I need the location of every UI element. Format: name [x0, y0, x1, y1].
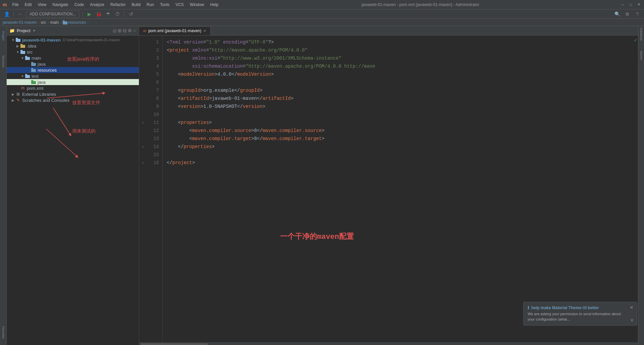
- tab-close-button[interactable]: ✕: [203, 29, 206, 33]
- tree-item-src[interactable]: ▼ src: [7, 49, 139, 55]
- ext-libs-name: External Libraries: [22, 92, 56, 97]
- tree-item-main[interactable]: ▼ main: [7, 55, 139, 61]
- tree-arrow-root[interactable]: ▼: [11, 38, 15, 42]
- idea-name: .idea: [27, 44, 36, 49]
- main-name: main: [32, 56, 41, 61]
- tree-item-resources[interactable]: resources: [7, 67, 139, 73]
- tree-item-ext-libs[interactable]: ▶ ⊞ External Libraries: [7, 91, 139, 97]
- notification-close-button[interactable]: ✕: [630, 305, 634, 310]
- titlebar: m FileEditViewNavigateCodeAnalyzeRefacto…: [0, 0, 644, 9]
- main-folder-icon: [25, 55, 30, 61]
- notification-expand-button[interactable]: ∨: [630, 317, 634, 323]
- titlebar-left: m FileEditViewNavigateCodeAnalyzeRefacto…: [3, 2, 221, 8]
- tree-item-java-main[interactable]: java: [7, 61, 139, 67]
- menu-item-refactor[interactable]: Refactor: [108, 2, 128, 8]
- refresh-button[interactable]: ↺: [127, 10, 135, 18]
- minimize-button[interactable]: ─: [620, 2, 625, 7]
- root-path: D:\IdeaProjects\javaweb-01-maven: [63, 38, 120, 42]
- editor-tab-pom[interactable]: m pom.xml (javaweb-01-maven) ✕: [139, 26, 211, 35]
- menu-item-build[interactable]: Build: [129, 2, 143, 8]
- code-content[interactable]: <?xml version="1.0" encoding="UTF-8"?> <…: [163, 36, 633, 342]
- code-line-1: <?xml version="1.0" encoding="UTF-8"?>: [167, 38, 629, 46]
- project-panel-title: Project: [17, 28, 31, 33]
- tree-arrow-ext-libs[interactable]: ▶: [11, 92, 15, 96]
- tree-item-test[interactable]: ▼ test: [7, 73, 139, 79]
- root-name: javaweb-01-maven: [22, 38, 61, 43]
- scratches-name: Scratches and Consoles: [22, 98, 69, 103]
- menu-item-file[interactable]: File: [9, 2, 21, 8]
- menu-item-run[interactable]: Run: [144, 2, 157, 8]
- menu-item-vcs[interactable]: VCS: [173, 2, 186, 8]
- svg-rect-12: [31, 69, 36, 72]
- maximize-button[interactable]: □: [628, 2, 633, 7]
- code-line-3: xmlns:xsi="http://www.w3.org/2001/XMLSch…: [167, 54, 629, 62]
- resources-folder-icon: [31, 67, 36, 73]
- sidebar-tab-maven[interactable]: Maven: [639, 49, 644, 62]
- sidebar-tab-favorites[interactable]: Favorites: [0, 324, 6, 341]
- breadcrumb-main[interactable]: main: [50, 20, 59, 25]
- sidebar-tab-structure[interactable]: Structure: [0, 53, 6, 70]
- code-line-12: <maven.compiler.source>8</maven.compiler…: [167, 127, 629, 135]
- debug-button[interactable]: 🐞: [95, 10, 103, 18]
- svg-rect-14: [25, 75, 30, 78]
- menu-item-code[interactable]: Code: [72, 2, 87, 8]
- close-button[interactable]: ✕: [636, 2, 641, 7]
- search-icon[interactable]: 🔍: [613, 10, 621, 18]
- menu-item-help[interactable]: Help: [208, 2, 221, 8]
- right-sidebar-icons: Database Maven: [638, 26, 644, 345]
- sidebar-tab-database[interactable]: Database: [639, 27, 644, 41]
- breadcrumb-src[interactable]: src: [41, 20, 46, 25]
- collapse-all-icon[interactable]: ⊟: [123, 28, 126, 33]
- tree-item-scratches[interactable]: ▶ ✎ Scratches and Consoles: [7, 97, 139, 103]
- tree-arrow-idea[interactable]: ▶: [15, 44, 20, 48]
- menu-item-window[interactable]: Window: [187, 2, 207, 8]
- separator: [13, 11, 14, 17]
- tree-item-idea[interactable]: ▶ .idea: [7, 43, 139, 49]
- back-button[interactable]: ←: [16, 10, 24, 18]
- user-icon[interactable]: 👤: [3, 10, 11, 18]
- tree-arrow-scratches[interactable]: ▶: [11, 98, 15, 102]
- tree-arrow-src[interactable]: ▼: [15, 50, 20, 54]
- tree-item-java-test[interactable]: java: [7, 79, 139, 85]
- tree-arrow-main[interactable]: ▼: [20, 56, 25, 60]
- svg-rect-2: [16, 39, 20, 42]
- breadcrumb-resources[interactable]: resources: [63, 20, 86, 25]
- menu-item-tools[interactable]: Tools: [157, 2, 172, 8]
- help-icon[interactable]: ?: [633, 10, 641, 18]
- menu-item-navigate[interactable]: Navigate: [50, 2, 71, 8]
- scrollbar-thumb[interactable]: [141, 343, 208, 345]
- locate-icon[interactable]: ◎: [113, 28, 116, 33]
- java-test-name: java: [38, 80, 46, 85]
- project-dropdown-icon[interactable]: ▼: [33, 29, 36, 32]
- info-icon: ℹ: [528, 305, 529, 310]
- code-editor[interactable]: ◁ ◁ ◁ 1 2 3 4 5 6 7 8 9 10 11 12: [139, 36, 638, 342]
- scratches-icon: ✎: [15, 97, 21, 103]
- code-line-15: [167, 151, 629, 159]
- notification-text: We are asking your permission to send in…: [528, 312, 627, 322]
- breadcrumb-root[interactable]: javaweb-01-maven: [3, 20, 37, 25]
- tree-item-pom[interactable]: m pom.xml: [7, 85, 139, 91]
- add-configuration-button[interactable]: ADD CONFIGURATION...: [26, 11, 79, 17]
- tree-item-root[interactable]: ▼ javaweb-01-maven D:\IdeaProjects\javaw…: [7, 37, 139, 43]
- tab-pom-label: pom.xml (javaweb-01-maven): [148, 28, 201, 33]
- menu-item-edit[interactable]: Edit: [22, 2, 35, 8]
- settings-icon[interactable]: ⚙: [623, 10, 631, 18]
- minimize-panel-icon[interactable]: ─: [133, 28, 136, 33]
- separator: [124, 11, 124, 17]
- expand-all-icon[interactable]: ⊞: [118, 28, 121, 33]
- tree-arrow-java-test: [26, 80, 31, 84]
- menu-item-view[interactable]: View: [35, 2, 49, 8]
- toolbar: 👤 ← ADD CONFIGURATION... ▶ 🐞 ☂ ⏱ ↺ 🔍 ⚙ ?: [0, 9, 644, 19]
- code-line-10: [167, 111, 629, 119]
- sidebar-tab-project[interactable]: Project: [0, 27, 6, 44]
- profile-button[interactable]: ⏱: [113, 10, 121, 18]
- notification-popup: ℹ help make Material Theme UI better We …: [523, 302, 637, 326]
- settings-icon[interactable]: ⚙: [128, 28, 132, 33]
- menu-item-analyze[interactable]: Analyze: [87, 2, 107, 8]
- code-line-7: <groupId>org.example</groupId>: [167, 86, 629, 94]
- horizontal-scrollbar[interactable]: [139, 342, 638, 345]
- run-button[interactable]: ▶: [85, 10, 93, 18]
- tree-arrow-test[interactable]: ▼: [20, 74, 25, 78]
- java-main-folder-icon: [31, 61, 36, 67]
- coverage-button[interactable]: ☂: [104, 10, 112, 18]
